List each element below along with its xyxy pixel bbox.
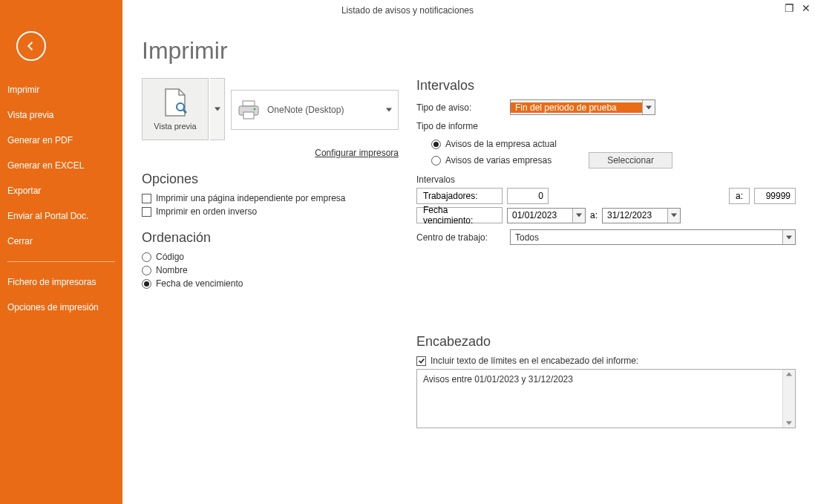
chevron-down-icon <box>671 213 677 217</box>
radio-label: Código <box>156 252 184 262</box>
svg-rect-2 <box>243 101 255 106</box>
checkbox-incluir-limites[interactable]: Incluir texto de límites en el encabezad… <box>416 356 796 366</box>
centro-trabajo-select[interactable]: Todos <box>510 229 796 245</box>
radio-icon <box>431 140 441 149</box>
checkbox-icon <box>142 194 151 203</box>
sidebar-item-enviar-portal[interactable]: Enviar al Portal Doc. <box>0 203 122 229</box>
checkbox-label: Incluir texto de límites en el encabezad… <box>431 356 638 366</box>
section-intervalos: Intervalos <box>416 78 796 94</box>
sidebar-item-fichero-impresoras[interactable]: Fichero de impresoras <box>0 269 122 295</box>
checkbox-icon <box>142 207 151 217</box>
sidebar-separator <box>7 261 115 262</box>
back-button[interactable] <box>16 31 46 61</box>
chevron-up-icon <box>786 371 792 377</box>
radio-nombre[interactable]: Nombre <box>142 265 399 275</box>
sidebar-item-exportar[interactable]: Exportar <box>0 178 122 203</box>
radio-icon <box>142 279 151 289</box>
sidebar-item-generar-excel[interactable]: Generar en EXCEL <box>0 153 122 178</box>
tipo-informe-label: Tipo de informe <box>416 121 796 131</box>
checkbox-page-per-company[interactable]: Imprimir una página independiente por em… <box>142 193 399 203</box>
tipo-aviso-select[interactable]: Fin del periodo de prueba <box>510 99 655 115</box>
radio-label: Avisos de varias empresas <box>445 155 551 166</box>
radio-avisos-empresa-actual[interactable]: Avisos de la empresa actual <box>431 139 557 149</box>
trabajadores-to-input[interactable] <box>754 188 796 204</box>
centro-trabajo-label: Centro de trabajo: <box>416 232 504 243</box>
page-title: Imprimir <box>142 37 796 65</box>
section-opciones: Opciones <box>142 171 399 187</box>
vista-previa-label: Vista previa <box>154 122 196 131</box>
seleccionar-button[interactable]: Seleccionar <box>589 152 672 168</box>
trabajadores-from-input[interactable] <box>507 188 549 204</box>
section-encabezado: Encabezado <box>416 334 796 350</box>
radio-icon <box>142 252 151 262</box>
section-ordenacion: Ordenación <box>142 230 399 246</box>
sidebar-item-opciones-impresion[interactable]: Opciones de impresión <box>0 295 122 320</box>
fecha-to-picker[interactable]: 31/12/2023 <box>602 208 681 223</box>
maximize-icon[interactable]: ❐ <box>785 3 794 13</box>
encabezado-text: Avisos entre 01/01/2023 y 31/12/2023 <box>423 374 573 384</box>
a-label: a: <box>590 210 598 220</box>
fecha-from-value: 01/01/2023 <box>508 210 572 220</box>
radio-label: Avisos de la empresa actual <box>445 139 557 149</box>
fecha-vencimiento-label-box: Fecha vencimiento: <box>416 207 503 223</box>
checkbox-label: Imprimir en orden inverso <box>156 206 257 217</box>
arrow-left-icon <box>24 39 38 53</box>
chevron-down-icon <box>786 235 792 240</box>
tipo-aviso-label: Tipo de aviso: <box>416 102 504 113</box>
radio-codigo[interactable]: Código <box>142 252 399 262</box>
radio-icon <box>431 156 441 166</box>
printer-icon <box>238 100 260 120</box>
a-label: a: <box>729 188 750 204</box>
printer-selector[interactable]: OneNote (Desktop) <box>231 90 399 130</box>
vista-previa-button[interactable]: Vista previa <box>142 78 209 140</box>
radio-avisos-varias-empresas[interactable]: Avisos de varias empresas <box>431 155 551 166</box>
checkbox-label: Imprimir una página independiente por em… <box>156 193 346 203</box>
fecha-from-picker[interactable]: 01/01/2023 <box>507 208 586 223</box>
radio-fecha-vencimiento[interactable]: Fecha de vencimiento <box>142 278 399 289</box>
centro-trabajo-value: Todos <box>511 232 782 243</box>
intervalos-sublabel: Intervalos <box>416 174 796 185</box>
sidebar-item-generar-pdf[interactable]: Generar en PDF <box>0 128 122 153</box>
radio-label: Nombre <box>156 265 188 275</box>
printer-name: OneNote (Desktop) <box>267 105 344 115</box>
configurar-impresora-link[interactable]: Configurar impresora <box>142 148 399 158</box>
fecha-to-value: 31/12/2023 <box>603 210 667 220</box>
document-preview-icon <box>163 88 188 117</box>
sidebar-item-cerrar[interactable]: Cerrar <box>0 229 122 254</box>
checkbox-reverse-order[interactable]: Imprimir en orden inverso <box>142 206 399 217</box>
tipo-aviso-value: Fin del periodo de prueba <box>511 102 642 113</box>
close-icon[interactable]: ✕ <box>802 3 811 13</box>
sidebar: Imprimir Vista previa Generar en PDF Gen… <box>0 0 122 504</box>
radio-label: Fecha de vencimiento <box>156 278 243 289</box>
encabezado-textarea[interactable]: Avisos entre 01/01/2023 y 31/12/2023 <box>416 369 796 428</box>
svg-rect-4 <box>243 112 254 119</box>
vista-previa-dropdown[interactable] <box>210 78 225 140</box>
radio-icon <box>142 266 151 275</box>
sidebar-item-vista-previa[interactable]: Vista previa <box>0 102 122 128</box>
chevron-down-icon <box>576 213 582 217</box>
checkbox-icon <box>416 356 426 366</box>
sidebar-item-imprimir[interactable]: Imprimir <box>0 77 122 102</box>
chevron-down-icon <box>646 105 652 110</box>
svg-point-5 <box>254 108 256 111</box>
trabajadores-label-box: Trabajadores: <box>416 188 503 204</box>
chevron-down-icon <box>386 108 392 112</box>
chevron-down-icon <box>786 420 792 426</box>
chevron-down-icon <box>215 107 220 111</box>
window-title: Listado de avisos y notificaciones <box>341 5 474 16</box>
scrollbar[interactable] <box>782 370 795 428</box>
